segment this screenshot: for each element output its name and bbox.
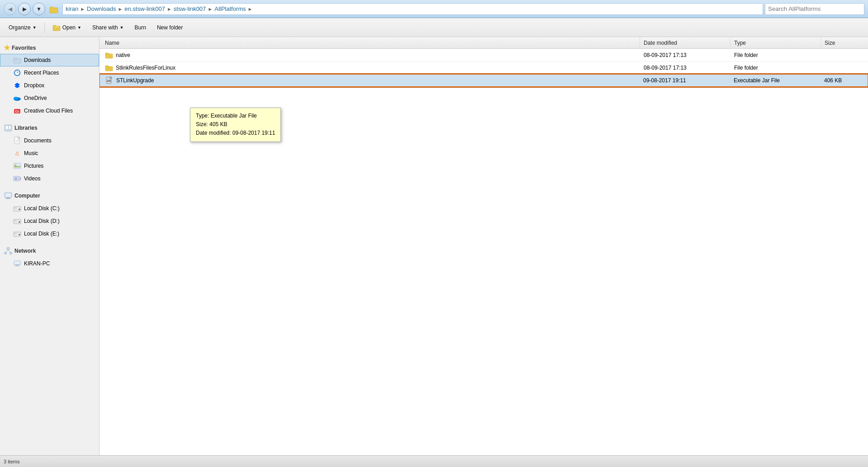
kiran-pc-icon [13,259,21,268]
file-area: Name Date modified Type Size [100,37,868,455]
organize-button[interactable]: Organize ▼ [4,21,42,34]
svg-point-10 [14,97,18,99]
burn-button[interactable]: Burn [130,21,151,34]
svg-rect-47 [15,266,19,266]
svg-rect-53 [110,77,112,79]
breadcrumb-sep-1: ► [80,6,85,12]
disk-e-icon [13,230,21,238]
breadcrumb-downloads[interactable]: Downloads [87,5,116,12]
sidebar-item-recent-places[interactable]: Recent Places [0,66,99,79]
back-button[interactable]: ◀ [4,3,16,15]
sidebar-item-documents[interactable]: Documents [0,134,99,147]
tooltip-date: Date modified: 09-08-2017 19:11 [196,129,275,137]
folder-icon [49,4,59,14]
svg-point-41 [10,252,12,255]
file-list: native 08-09-2017 17:13 File folder [100,49,868,455]
sidebar-item-local-disk-c[interactable]: Local Disk (C:) [0,202,99,215]
svg-rect-29 [5,198,11,199]
col-name[interactable]: Name [101,37,640,48]
disk-c-icon [13,204,21,212]
pictures-icon [13,162,21,170]
open-chevron: ▼ [77,25,81,30]
jar-file-icon: JAR [105,76,114,85]
search-input[interactable] [765,3,864,15]
sidebar-item-dropbox[interactable]: Dropbox [0,79,99,92]
disk-d-icon [13,217,21,225]
new-folder-button[interactable]: New folder [152,21,188,34]
open-button[interactable]: Open ▼ [47,21,86,34]
col-type[interactable]: Type [730,37,821,48]
dropbox-icon [13,81,21,90]
share-chevron: ▼ [120,25,124,30]
computer-icon [4,191,13,200]
svg-point-32 [19,209,20,210]
toolbar: Organize ▼ Open ▼ Share with ▼ Burn New … [0,18,868,37]
sidebar-item-downloads[interactable]: Downloads [0,54,99,66]
svg-rect-49 [105,53,109,55]
breadcrumb-allplatforms[interactable]: AllPlatforms [214,5,246,12]
status-bar: 3 items [0,455,868,467]
sidebar-item-local-disk-d[interactable]: Local Disk (D:) [0,215,99,227]
file-type-cell: File folder [730,65,821,71]
sidebar-item-videos[interactable]: Videos [0,172,99,185]
svg-rect-51 [105,66,109,67]
computer-section[interactable]: Computer [0,189,99,202]
toolbar-sep-1 [44,22,45,33]
svg-text:♫: ♫ [14,150,19,157]
breadcrumb-bar: kiran ► Downloads ► en.stsw-link007 ► st… [62,3,763,15]
breadcrumb-enstsw[interactable]: en.stsw-link007 [124,5,165,12]
videos-icon [13,175,21,183]
main-layout: ★ Favorites Downloads Recent Places [0,37,868,455]
file-size-cell: 406 KB [821,77,866,84]
file-type-cell: File folder [730,52,821,58]
favorites-section[interactable]: ★ Favorites [0,41,99,54]
svg-point-40 [5,252,7,255]
open-icon [52,24,61,31]
title-bar: ◀ ▶ ▼ kiran ► Downloads ► en.stsw-link00… [0,0,868,18]
share-with-button[interactable]: Share with ▼ [87,21,129,34]
libraries-section[interactable]: Libraries [0,121,99,134]
svg-text:Cc: Cc [15,110,19,113]
breadcrumb-sep-5: ► [248,6,253,12]
table-row[interactable]: JAR STLinkUpgrade 09-08-2017 19:11 Execu… [100,74,868,87]
column-header: Name Date modified Type Size [100,37,868,49]
svg-point-38 [19,234,20,236]
tooltip-type: Type: Executable Jar File [196,112,275,120]
svg-rect-34 [14,220,17,221]
svg-marker-24 [20,177,21,180]
breadcrumb-sep-4: ► [208,6,213,12]
col-date[interactable]: Date modified [640,37,730,48]
sidebar-item-music[interactable]: ♫ Music [0,147,99,160]
breadcrumb-kiran[interactable]: kiran [66,5,78,12]
network-section[interactable]: Network [0,244,99,257]
sidebar-item-pictures[interactable]: Pictures [0,160,99,172]
svg-text:JAR: JAR [106,80,111,82]
table-row[interactable]: StlinkRulesFilesForLinux 08-09-2017 17:1… [100,61,868,74]
file-date-cell: 08-09-2017 17:13 [640,52,730,58]
breadcrumb-stsw[interactable]: stsw-link007 [174,5,206,12]
sidebar-item-local-disk-e[interactable]: Local Disk (E:) [0,227,99,240]
svg-rect-31 [14,208,17,208]
libraries-icon [4,123,13,132]
table-row[interactable]: native 08-09-2017 17:13 File folder [100,49,868,61]
network-icon [4,246,13,255]
dropdown-button[interactable]: ▼ [33,3,45,15]
sidebar-item-kiran-pc[interactable]: KIRAN-PC [0,257,99,270]
sidebar-item-creative-cloud[interactable]: Cc Creative Cloud Files [0,104,99,117]
file-name-cell: StlinkRulesFilesForLinux [101,64,640,72]
forward-button[interactable]: ▶ [18,3,31,15]
downloads-icon [13,56,21,64]
tooltip-size: Size: 405 KB [196,120,275,129]
onedrive-icon [13,94,21,102]
music-icon: ♫ [13,149,21,157]
col-size[interactable]: Size [821,37,866,48]
file-date-cell: 08-09-2017 17:13 [640,65,730,71]
svg-point-39 [7,247,9,250]
folder-icon [105,64,113,72]
svg-line-43 [8,250,10,252]
sidebar: ★ Favorites Downloads Recent Places [0,37,100,455]
star-icon: ★ [4,43,10,52]
sidebar-item-onedrive[interactable]: OneDrive [0,92,99,104]
creative-cloud-icon: Cc [13,107,21,115]
breadcrumb-sep-2: ► [118,6,123,12]
